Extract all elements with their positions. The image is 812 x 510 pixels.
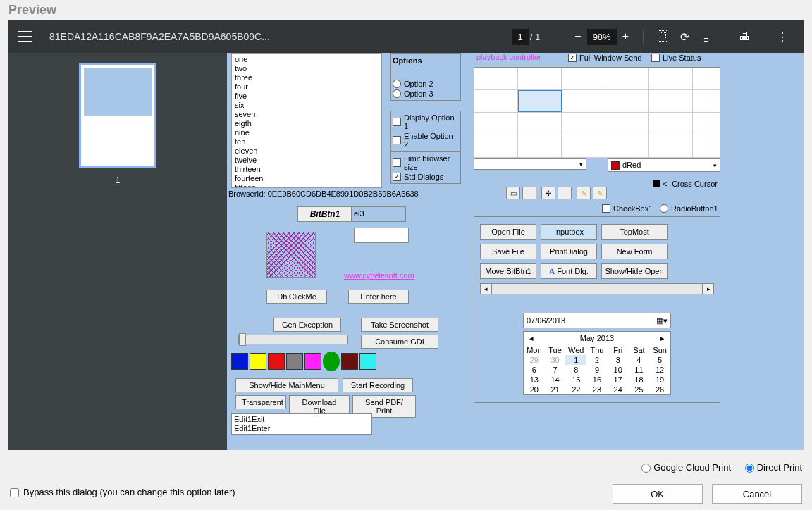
font-dlg-button[interactable]: A Font Dlg. (541, 263, 597, 279)
google-cloud-print-radio[interactable]: Google Cloud Print (641, 462, 731, 473)
cal-day[interactable]: 13 (524, 375, 545, 385)
check-display-option1[interactable] (393, 118, 401, 126)
cal-day[interactable]: 26 (649, 385, 670, 394)
list-item[interactable]: four (235, 82, 379, 92)
cal-day[interactable]: 12 (649, 365, 670, 375)
cal-day[interactable]: 20 (524, 385, 545, 394)
start-recording-button[interactable]: Start Recording (343, 378, 413, 392)
dropdown-dred[interactable]: dRed (608, 158, 720, 172)
inputbox-button[interactable]: Inputbox (541, 224, 597, 240)
checkbox1[interactable] (602, 204, 610, 213)
fit-page-icon[interactable]: ⿴ (652, 27, 675, 46)
cal-day[interactable]: 15 (565, 375, 586, 385)
list-item[interactable]: nine (235, 128, 379, 137)
check-limit-browser[interactable] (393, 158, 401, 167)
list-item[interactable]: six (235, 101, 379, 110)
slider[interactable] (238, 335, 348, 344)
cal-day[interactable]: 23 (586, 385, 608, 394)
bypass-checkbox[interactable]: Bypass this dialog (you can change this … (10, 487, 235, 497)
take-screenshot-button[interactable]: Take Screenshot (361, 318, 438, 332)
cal-prev-icon[interactable]: ◂ (529, 334, 534, 343)
cal-day[interactable]: 1 (565, 355, 586, 365)
zoom-in-button[interactable]: + (617, 27, 634, 46)
cybelesoft-link[interactable]: www.cybelesoft.com (344, 271, 414, 280)
horizontal-scrollbar[interactable]: ◂ ▸ (480, 283, 714, 294)
page-current[interactable]: 1 (512, 29, 529, 45)
direct-print-radio[interactable]: Direct Print (745, 462, 802, 473)
cal-day[interactable]: 2 (586, 355, 608, 365)
cal-day[interactable]: 25 (629, 385, 650, 394)
move-bitbtn-button[interactable]: Move BitBtn1 (480, 263, 536, 279)
printdialog-button[interactable]: PrintDialog (541, 244, 597, 259)
color-swatch[interactable] (250, 353, 266, 370)
list-item[interactable]: fifteen (235, 183, 379, 188)
check-live-status[interactable] (651, 54, 660, 62)
mini-btn-6[interactable]: ✎ (593, 187, 607, 199)
edit-listbox[interactable]: Edit1Exit Edit1Enter (231, 413, 372, 435)
list-item[interactable]: thirteen (235, 165, 379, 174)
mini-btn-4[interactable] (558, 187, 572, 199)
date-input[interactable]: 07/06/2013▦▾ (523, 313, 671, 328)
new-form-button[interactable]: New Form (601, 244, 668, 259)
cal-day[interactable]: 4 (629, 355, 650, 365)
mini-btn-2[interactable] (522, 187, 536, 199)
edit-field[interactable] (354, 228, 409, 243)
more-icon[interactable]: ⋮ (771, 27, 794, 46)
list-item[interactable]: seven (235, 110, 379, 119)
bitbtn1-button[interactable]: BitBtn1 (297, 206, 352, 222)
print-icon[interactable]: 🖶 (733, 27, 756, 46)
dropdown-1[interactable] (474, 158, 586, 170)
list-item[interactable]: two (235, 64, 379, 73)
topmost-button[interactable]: TopMost (601, 224, 668, 240)
cal-next-icon[interactable]: ▸ (660, 334, 665, 343)
download-icon[interactable]: ⭳ (695, 27, 718, 46)
list-item[interactable]: one (235, 55, 379, 64)
cal-day[interactable]: 9 (586, 365, 608, 375)
list-item[interactable]: five (235, 92, 379, 101)
cal-day[interactable]: 11 (629, 365, 650, 375)
radio-option3[interactable] (393, 89, 401, 98)
cal-day[interactable]: 10 (608, 365, 629, 375)
cal-day[interactable]: 24 (608, 385, 629, 394)
zoom-value[interactable]: 98% (587, 29, 617, 45)
open-file-button[interactable]: Open File (480, 224, 536, 240)
mini-btn-5[interactable]: ✎ (577, 187, 591, 199)
cal-day[interactable]: 29 (524, 355, 545, 365)
cal-day[interactable]: 14 (545, 375, 566, 385)
cal-day[interactable]: 21 (545, 385, 566, 394)
list-item[interactable]: eigth (235, 119, 379, 128)
color-swatch[interactable] (231, 353, 248, 370)
cal-day[interactable]: 7 (545, 365, 566, 375)
color-swatch[interactable] (359, 353, 376, 370)
transparent-button[interactable]: Transparent (235, 395, 286, 409)
save-file-button[interactable]: Save File (480, 244, 536, 259)
color-swatch[interactable] (286, 353, 303, 370)
list-item[interactable]: fourteen (235, 174, 379, 183)
showhide-open-button[interactable]: Show/Hide Open (601, 263, 668, 279)
gen-exception-button[interactable]: Gen Exception (273, 318, 341, 332)
scroll-left-icon[interactable]: ◂ (480, 283, 491, 294)
color-swatch[interactable] (323, 352, 340, 371)
color-swatch[interactable] (304, 353, 321, 370)
color-swatch[interactable] (341, 353, 358, 370)
mini-btn-3[interactable]: ✢ (541, 187, 555, 199)
cal-day[interactable]: 18 (629, 375, 650, 385)
cal-day[interactable]: 3 (608, 355, 629, 365)
playback-link[interactable]: playback controller (476, 53, 541, 61)
cancel-button[interactable]: Cancel (712, 484, 802, 504)
calendar-dropdown-icon[interactable]: ▦▾ (656, 316, 668, 325)
showhide-mainmenu-button[interactable]: Show/Hide MainMenu (235, 378, 338, 392)
ok-button[interactable]: OK (613, 484, 703, 504)
cal-day[interactable]: 5 (649, 355, 670, 365)
list-item[interactable]: three (235, 73, 379, 82)
check-full-window[interactable] (568, 54, 577, 62)
cal-day[interactable]: 16 (586, 375, 608, 385)
list-item[interactable]: eleven (235, 147, 379, 156)
cal-day[interactable]: 19 (649, 375, 670, 385)
color-swatch[interactable] (268, 353, 285, 370)
rotate-icon[interactable]: ⟳ (675, 27, 695, 46)
check-std-dialogs[interactable] (393, 173, 401, 181)
cal-day[interactable]: 8 (565, 365, 586, 375)
page-thumbnail[interactable] (79, 63, 156, 168)
enter-here-button[interactable]: Enter here (348, 290, 409, 304)
